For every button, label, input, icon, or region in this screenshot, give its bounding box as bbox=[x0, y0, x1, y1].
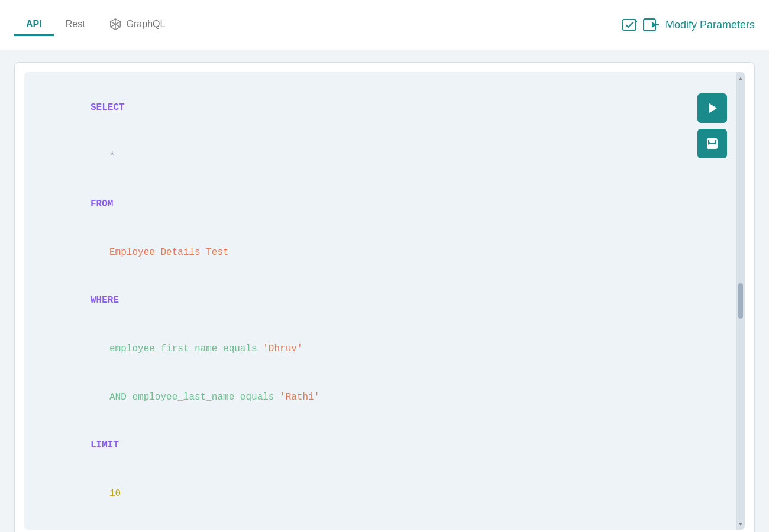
query-line-select: SELECT bbox=[34, 84, 735, 132]
scroll-down-arrow[interactable]: ▼ bbox=[737, 520, 744, 527]
query-line-number: 10 bbox=[34, 470, 735, 518]
limit-value: 10 bbox=[109, 488, 121, 499]
query-scrollbar[interactable]: ▲ ▼ bbox=[736, 72, 745, 530]
keyword-limit: LIMIT bbox=[91, 440, 119, 450]
svg-rect-10 bbox=[710, 139, 715, 142]
header: API Rest GraphQL Modif bbox=[0, 0, 769, 50]
action-buttons bbox=[697, 93, 727, 158]
svg-rect-4 bbox=[623, 20, 636, 30]
tab-graphql-label: GraphQL bbox=[127, 19, 166, 30]
keyword-where: WHERE bbox=[91, 295, 119, 306]
svg-rect-11 bbox=[709, 145, 716, 148]
query-line-limit: LIMIT bbox=[34, 421, 735, 470]
run-icon-header bbox=[643, 17, 660, 33]
play-icon bbox=[706, 102, 719, 115]
query-line-condition2: AND employee_last_name equals 'Rathi' bbox=[34, 373, 735, 421]
tab-api[interactable]: API bbox=[14, 14, 54, 36]
tab-graphql[interactable]: GraphQL bbox=[97, 13, 177, 37]
run-button[interactable] bbox=[697, 93, 727, 123]
condition2-value: 'Rathi' bbox=[280, 392, 319, 403]
editor-container: SELECT * FROM Employee Details Test WHER… bbox=[14, 62, 755, 532]
save-icon bbox=[706, 137, 719, 150]
tab-rest[interactable]: Rest bbox=[54, 14, 97, 36]
tab-bar: API Rest GraphQL bbox=[14, 13, 622, 37]
query-line-where: WHERE bbox=[34, 277, 735, 325]
graphql-icon bbox=[109, 18, 122, 31]
svg-marker-8 bbox=[709, 103, 717, 113]
keyword-select: SELECT bbox=[91, 102, 125, 113]
query-editor-wrapper: SELECT * FROM Employee Details Test WHER… bbox=[24, 72, 745, 530]
query-line-from: FROM bbox=[34, 180, 735, 229]
scroll-thumb[interactable] bbox=[738, 283, 743, 319]
modify-params-label: Modify Parameters bbox=[665, 19, 755, 31]
keyword-from: FROM bbox=[91, 199, 113, 209]
query-line-star: * bbox=[34, 132, 735, 181]
query-line-condition1: employee_first_name equals 'Dhruv' bbox=[34, 325, 735, 374]
main-content: SELECT * FROM Employee Details Test WHER… bbox=[0, 50, 769, 532]
tab-rest-label: Rest bbox=[66, 19, 85, 29]
condition1-field: employee_first_name equals bbox=[109, 343, 263, 354]
svg-line-5 bbox=[635, 20, 637, 22]
query-line-table: Employee Details Test bbox=[34, 229, 735, 277]
keyword-and: AND employee_last_name equals bbox=[109, 392, 280, 403]
modify-params-icon bbox=[622, 17, 637, 33]
keyword-star: * bbox=[109, 151, 115, 161]
scroll-up-arrow[interactable]: ▲ bbox=[737, 74, 744, 82]
tab-api-label: API bbox=[26, 19, 42, 29]
modify-params-button[interactable]: Modify Parameters bbox=[622, 17, 755, 33]
condition1-value: 'Dhruv' bbox=[263, 343, 302, 354]
save-button[interactable] bbox=[697, 129, 727, 158]
table-name: Employee Details Test bbox=[109, 247, 229, 258]
query-editor[interactable]: SELECT * FROM Employee Details Test WHER… bbox=[24, 72, 745, 530]
